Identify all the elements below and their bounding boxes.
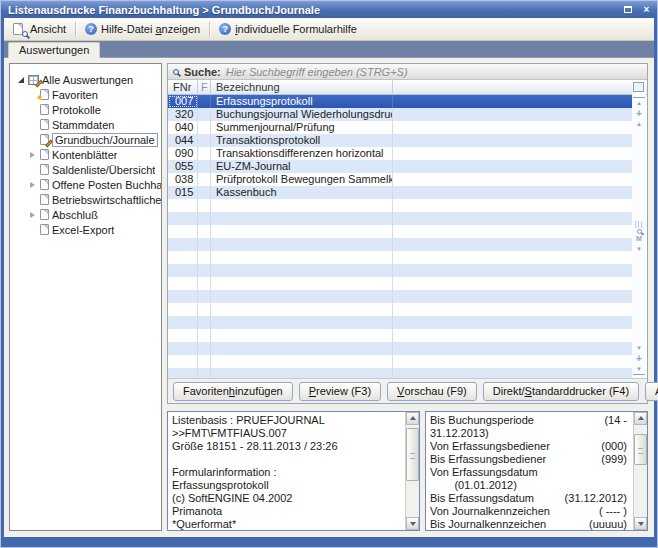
scrollbar-track[interactable] <box>406 425 419 517</box>
column-header-fnr[interactable]: FNr <box>168 80 198 94</box>
table-row[interactable]: 090Transaktionsdifferenzen horizontal <box>168 147 632 160</box>
columns-icon[interactable]: ||| <box>633 220 645 228</box>
toolbar-button-individuelle-formularhilfe[interactable]: individuelle Formularhilfe <box>213 21 363 37</box>
table-row[interactable] <box>168 225 632 238</box>
scrollbar-left[interactable] <box>405 412 419 530</box>
close-button[interactable]: × <box>640 4 653 16</box>
table-row[interactable] <box>168 329 632 342</box>
search-bar[interactable]: Suche: Hier Suchbegriff eingeben (STRG+S… <box>168 64 647 80</box>
table-row[interactable] <box>168 368 632 378</box>
scroll-bottom-icon[interactable]: ▼ <box>633 365 645 375</box>
table-row[interactable]: 007Erfassungsprotokoll <box>168 95 632 108</box>
toolbar-button-hilfe-datei-anzeigen[interactable]: Hilfe-Datei anzeigen <box>79 21 206 37</box>
toolbar-button-label: Ansicht <box>30 23 66 35</box>
tree-item-favoriten[interactable]: ★Favoriten <box>10 87 161 102</box>
column-header-bezeichnung[interactable]: Bezeichnung <box>211 80 393 94</box>
search-icon <box>173 69 179 75</box>
direkt-standarddrucker-f4-button[interactable]: Direkt/Standarddrucker (F4) <box>483 382 639 401</box>
scroll-down-arrow[interactable] <box>634 517 647 530</box>
expanded-arrow-icon[interactable] <box>16 77 25 83</box>
cell-bezeichnung: Buchungsjournal Wiederholungsdruck <box>211 108 393 121</box>
scroll-top-icon[interactable]: ▲ <box>633 97 645 107</box>
copy-icon[interactable] <box>635 84 644 92</box>
parameter-label: 31.12.2013) <box>430 427 489 440</box>
grid-edit-icon <box>28 75 39 85</box>
cell-flag <box>198 199 211 212</box>
table-row[interactable] <box>168 316 632 329</box>
table-row[interactable]: 040Summenjournal/Prüfung <box>168 121 632 134</box>
table-row[interactable] <box>168 290 632 303</box>
toolbar-button-ansicht[interactable]: Ansicht <box>7 21 72 38</box>
add-icon[interactable]: + <box>633 354 645 363</box>
scroll-down-arrow[interactable] <box>406 517 419 530</box>
search-icon[interactable] <box>637 229 642 234</box>
tree-item-alle-auswertungen[interactable]: Alle Auswertungen <box>10 72 161 87</box>
scrollbar-track[interactable] <box>634 425 647 517</box>
table-row[interactable] <box>168 212 632 225</box>
table-row[interactable] <box>168 277 632 290</box>
cell-bezeichnung <box>211 316 393 329</box>
cell-bezeichnung: Transaktionsprotokoll <box>211 134 393 147</box>
scrollbar-thumb[interactable] <box>406 428 419 481</box>
parameter-label: Von Erfassungsbediener <box>430 440 550 453</box>
cell-filler <box>393 264 632 277</box>
scrollbar-thumb[interactable] <box>634 434 647 465</box>
cell-flag <box>198 316 211 329</box>
table-row[interactable] <box>168 238 632 251</box>
toolbar: AnsichtHilfe-Datei anzeigenindividuelle … <box>4 18 654 41</box>
scrollbar-right[interactable] <box>633 412 647 530</box>
collapsed-arrow-icon[interactable] <box>28 212 37 218</box>
table-row[interactable]: 038Prüfprotokoll Bewegungen Sammelkonten <box>168 173 632 186</box>
collapsed-arrow-icon[interactable] <box>28 152 37 158</box>
scroll-up-arrow[interactable] <box>634 412 647 425</box>
table-row[interactable]: 015Kassenbuch <box>168 186 632 199</box>
scroll-up-arrow[interactable] <box>406 412 419 425</box>
cell-filler <box>393 108 632 121</box>
table-row[interactable] <box>168 199 632 212</box>
tree-item-abschluß[interactable]: Abschluß <box>10 207 161 222</box>
scroll-down-icon[interactable]: ▼ <box>633 344 645 352</box>
page-icon <box>40 104 49 115</box>
table-row[interactable]: 055EU-ZM-Journal <box>168 160 632 173</box>
tree-item-stammdaten[interactable]: Stammdaten <box>10 117 161 132</box>
column-header-f[interactable]: F <box>198 80 211 94</box>
restore-button[interactable] <box>621 4 634 16</box>
tree-item-betriebswirtschaftliche-auswertungen[interactable]: Betriebswirtschaftliche Auswertungen <box>10 192 161 207</box>
vorschau-f9-button[interactable]: Vorschau (F9) <box>387 382 477 401</box>
cell-flag <box>198 95 211 108</box>
scroll-up-icon[interactable]: ▲ <box>633 120 645 128</box>
tree-item-protokolle[interactable]: Protokolle <box>10 102 161 117</box>
tab-auswertungen[interactable]: Auswertungen <box>8 42 100 58</box>
collapsed-arrow-icon[interactable] <box>28 182 37 188</box>
table-row[interactable] <box>168 251 632 264</box>
add-icon[interactable]: + <box>633 109 645 118</box>
auswertung-drucken-button[interactable]: Auswertung drucken <box>645 382 658 401</box>
table-row[interactable]: 044Transaktionsprotokoll <box>168 134 632 147</box>
action-button-row: Favoriten hinzufügenPreview (F3)Vorschau… <box>168 378 647 403</box>
tree-item-saldenliste-übersicht[interactable]: Saldenliste/Übersicht <box>10 162 161 177</box>
filter-icon[interactable]: ▼ <box>633 245 645 253</box>
preview-f3-button[interactable]: Preview (F3) <box>299 382 381 401</box>
table-row[interactable] <box>168 264 632 277</box>
info-line: Größe 18151 - 28.11.2013 / 23:26 <box>172 440 401 453</box>
tree-item-excel-export[interactable]: Excel-Export <box>10 222 161 237</box>
cell-fnr: 044 <box>168 134 198 147</box>
table-row[interactable] <box>168 355 632 368</box>
cell-bezeichnung: Kassenbuch <box>211 186 393 199</box>
cell-filler <box>393 355 632 368</box>
tree-item-grundbuch-journale[interactable]: Grundbuch/Journale <box>10 132 161 147</box>
marker-icon[interactable]: M <box>633 235 645 243</box>
search-placeholder: Hier Suchbegriff eingeben (STRG+S) <box>226 66 408 78</box>
cell-filler <box>393 199 632 212</box>
table-row[interactable]: 320Buchungsjournal Wiederholungsdruck <box>168 108 632 121</box>
search-label: Suche: <box>184 66 221 78</box>
favoriten-hinzufügen-button[interactable]: Favoriten hinzufügen <box>173 382 293 401</box>
cell-flag <box>198 368 211 378</box>
cell-fnr <box>168 251 198 264</box>
table-row[interactable] <box>168 342 632 355</box>
window-title: Listenausdrucke Finanzbuchhaltung > Grun… <box>8 4 621 16</box>
table-row[interactable] <box>168 303 632 316</box>
cell-bezeichnung: EU-ZM-Journal <box>211 160 393 173</box>
tree-item-offene-posten-buchhaltung[interactable]: Offene Posten Buchhaltung <box>10 177 161 192</box>
tree-item-kontenblätter[interactable]: Kontenblätter <box>10 147 161 162</box>
